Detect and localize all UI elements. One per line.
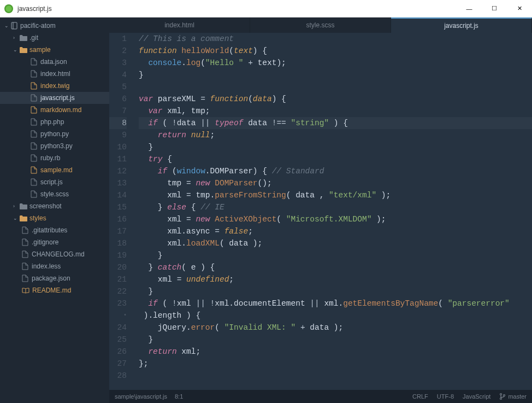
code-line[interactable]: } bbox=[139, 334, 532, 346]
line-number[interactable]: • bbox=[109, 309, 127, 322]
status-cursor[interactable]: 8:1 bbox=[175, 393, 183, 400]
line-number[interactable]: 24 bbox=[109, 322, 127, 334]
code-line[interactable]: jQuery.error( "Invalid XML: " + data ); bbox=[139, 322, 532, 334]
status-language[interactable]: JavaScript bbox=[463, 393, 490, 400]
minimize-button[interactable]: — bbox=[457, 0, 482, 17]
line-number[interactable]: 18 bbox=[109, 237, 127, 249]
tree-item-sample[interactable]: ⌄sample bbox=[0, 44, 109, 56]
status-branch[interactable]: master bbox=[499, 393, 527, 400]
line-number[interactable]: 16 bbox=[109, 213, 127, 225]
status-line-ending[interactable]: CRLF bbox=[412, 393, 428, 400]
line-number[interactable]: 17 bbox=[109, 225, 127, 237]
tree-item-label: package.json bbox=[32, 274, 70, 282]
code-editor[interactable]: 1234567891011121314151617181920212223•24… bbox=[109, 33, 532, 390]
code-line[interactable]: xml = tmp.parseFromString( data , "text/… bbox=[139, 189, 532, 201]
tree-item-screenshot[interactable]: ›screenshot bbox=[0, 200, 109, 212]
line-number[interactable]: 3 bbox=[109, 57, 127, 69]
line-number[interactable]: 5 bbox=[109, 81, 127, 93]
tree-item-script-js[interactable]: script.js bbox=[0, 176, 109, 188]
code-line[interactable]: console.log("Hello " + text); bbox=[139, 57, 532, 69]
code-line[interactable]: } bbox=[139, 69, 532, 81]
tree-item-CHANGELOG-md[interactable]: CHANGELOG.md bbox=[0, 248, 109, 260]
code-line[interactable]: xml = undefined; bbox=[139, 273, 532, 285]
tree-item-style-scss[interactable]: style.scss bbox=[0, 188, 109, 200]
line-number[interactable]: 21 bbox=[109, 273, 127, 285]
code-line[interactable]: xml.async = false; bbox=[139, 225, 532, 237]
line-number[interactable]: 28 bbox=[109, 370, 127, 382]
line-number[interactable]: 11 bbox=[109, 153, 127, 165]
git-branch-icon bbox=[499, 393, 506, 400]
code-line[interactable]: } bbox=[139, 285, 532, 297]
line-number[interactable]: 14 bbox=[109, 189, 127, 201]
tree-item-package-json[interactable]: package.json bbox=[0, 272, 109, 284]
status-path[interactable]: sample\javascript.js bbox=[115, 393, 167, 400]
code-line[interactable]: tmp = new DOMParser(); bbox=[139, 177, 532, 189]
line-number[interactable]: 9 bbox=[109, 129, 127, 141]
tree-item-javascript-js[interactable]: javascript.js bbox=[0, 92, 109, 104]
line-number[interactable]: 15 bbox=[109, 201, 127, 213]
tree-item--gitignore[interactable]: .gitignore bbox=[0, 236, 109, 248]
tree-item-ruby-rb[interactable]: ruby.rb bbox=[0, 152, 109, 164]
tab-index-html[interactable]: index.html bbox=[109, 17, 250, 33]
tree-item-README-md[interactable]: README.md bbox=[0, 284, 109, 296]
chevron-right-icon: › bbox=[13, 35, 19, 40]
tree-item-styles[interactable]: ⌄styles bbox=[0, 212, 109, 224]
line-number[interactable]: 27 bbox=[109, 358, 127, 370]
line-number[interactable]: 12 bbox=[109, 165, 127, 177]
code-line[interactable]: ).length ) { bbox=[139, 309, 532, 322]
code-line[interactable]: try { bbox=[139, 153, 532, 165]
tree-item-label: data.json bbox=[40, 58, 67, 66]
status-encoding[interactable]: UTF-8 bbox=[437, 393, 454, 400]
tree-item-index-less[interactable]: index.less bbox=[0, 260, 109, 272]
line-number[interactable]: 10 bbox=[109, 141, 127, 153]
line-number[interactable]: 22 bbox=[109, 285, 127, 297]
tree-item-index-twig[interactable]: index.twig bbox=[0, 80, 109, 92]
code-line[interactable]: xml = new ActiveXObject( "Microsoft.XMLD… bbox=[139, 213, 532, 225]
line-number[interactable]: 26 bbox=[109, 346, 127, 358]
tree-item-python3-py[interactable]: python3.py bbox=[0, 140, 109, 152]
code-line[interactable] bbox=[139, 370, 532, 382]
line-number[interactable]: 25 bbox=[109, 334, 127, 346]
line-number[interactable]: 20 bbox=[109, 261, 127, 273]
maximize-button[interactable]: ☐ bbox=[482, 0, 507, 17]
code-line[interactable] bbox=[139, 81, 532, 93]
code-line[interactable]: } bbox=[139, 141, 532, 153]
line-number[interactable]: 6 bbox=[109, 93, 127, 105]
code-line[interactable]: var xml, tmp; bbox=[139, 105, 532, 117]
code-line[interactable]: var parseXML = function(data) { bbox=[139, 93, 532, 105]
line-number[interactable]: 13 bbox=[109, 177, 127, 189]
tree-item-php-php[interactable]: php.php bbox=[0, 116, 109, 128]
line-number[interactable]: 2 bbox=[109, 45, 127, 57]
code-line[interactable]: xml.loadXML( data ); bbox=[139, 237, 532, 249]
tree-item-markdown-md[interactable]: markdown.md bbox=[0, 104, 109, 116]
tree-item-index-html[interactable]: index.html bbox=[0, 68, 109, 80]
tree-item-data-json[interactable]: data.json bbox=[0, 56, 109, 68]
code-line[interactable]: if ( !xml || !xml.documentElement || xml… bbox=[139, 297, 532, 309]
tree-item--gitattributes[interactable]: .gitattributes bbox=[0, 224, 109, 236]
tree-item-python-py[interactable]: python.py bbox=[0, 128, 109, 140]
code-line[interactable]: // This is a comment bbox=[139, 33, 532, 45]
code-line[interactable]: return null; bbox=[139, 129, 532, 141]
code-line[interactable]: if ( !data || typeof data !== "string" )… bbox=[139, 117, 532, 129]
file-tree[interactable]: ⌄ pacific-atom ›.git⌄sampledata.jsoninde… bbox=[0, 17, 109, 403]
line-number[interactable]: 1 bbox=[109, 33, 127, 45]
tab-javascript-js[interactable]: javascript.js bbox=[391, 17, 532, 33]
line-number[interactable]: 19 bbox=[109, 249, 127, 261]
tree-item--git[interactable]: ›.git bbox=[0, 32, 109, 44]
code-line[interactable]: if (window.DOMParser) { // Standard bbox=[139, 165, 532, 177]
code-line[interactable]: } bbox=[139, 249, 532, 261]
line-number[interactable]: 4 bbox=[109, 69, 127, 81]
line-number[interactable]: 8 bbox=[109, 117, 127, 129]
code-line[interactable]: return xml; bbox=[139, 346, 532, 358]
line-number[interactable]: 23 bbox=[109, 297, 127, 309]
tree-item-sample-md[interactable]: sample.md bbox=[0, 164, 109, 176]
code-line[interactable]: } else { // IE bbox=[139, 201, 532, 213]
code-area[interactable]: // This is a commentfunction helloWorld(… bbox=[132, 33, 532, 390]
code-line[interactable]: } catch( e ) { bbox=[139, 261, 532, 273]
tab-style-scss[interactable]: style.scss bbox=[250, 17, 391, 33]
code-line[interactable]: function helloWorld(text) { bbox=[139, 45, 532, 57]
project-root[interactable]: ⌄ pacific-atom bbox=[0, 20, 109, 32]
code-line[interactable]: }; bbox=[139, 358, 532, 370]
close-button[interactable]: ✕ bbox=[507, 0, 532, 17]
line-number[interactable]: 7 bbox=[109, 105, 127, 117]
